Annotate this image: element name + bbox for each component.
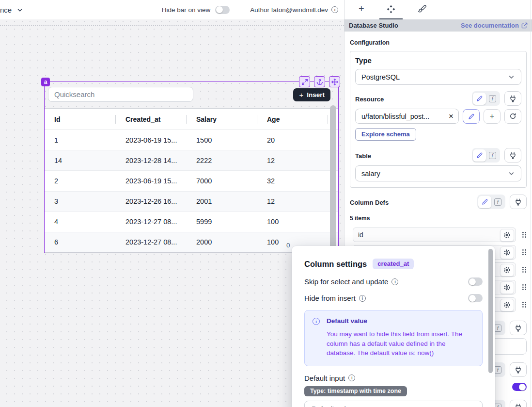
resource-input-mode-segment: ƒ bbox=[472, 91, 500, 106]
column-def-input[interactable]: id bbox=[353, 228, 516, 242]
connect-plug-icon[interactable] bbox=[510, 321, 527, 335]
tab-insert-component[interactable]: + bbox=[351, 0, 372, 19]
pagination-count: 0 bbox=[286, 242, 290, 249]
drag-handle-icon[interactable] bbox=[522, 249, 527, 256]
column-settings-gear-icon[interactable] bbox=[500, 264, 514, 277]
connect-plug-icon[interactable] bbox=[510, 195, 527, 209]
column-settings-gear-icon[interactable] bbox=[500, 281, 514, 294]
connect-plug-icon[interactable] bbox=[510, 400, 527, 407]
column-def-row: id bbox=[353, 228, 527, 242]
column-header[interactable]: Age bbox=[257, 109, 328, 130]
table-cell: 1500 bbox=[187, 130, 257, 150]
table-cell: 6 bbox=[45, 232, 116, 252]
info-icon[interactable]: i bbox=[348, 374, 355, 381]
table-cell: 5999 bbox=[187, 212, 257, 232]
skip-select-update-label: Skip for select and update bbox=[304, 277, 388, 286]
info-icon[interactable]: i bbox=[359, 295, 366, 302]
info-icon[interactable]: i bbox=[391, 278, 398, 285]
quicksearch-input[interactable] bbox=[48, 87, 193, 102]
table-cell: 2023-12-27 08... bbox=[116, 232, 187, 252]
column-header[interactable]: Created_at bbox=[116, 109, 187, 130]
type-select[interactable]: PostgreSQL bbox=[355, 69, 521, 85]
info-icon[interactable]: i bbox=[331, 6, 338, 13]
table-row[interactable]: 12023-06-19 15...150020 bbox=[45, 130, 338, 150]
drag-handle-icon[interactable] bbox=[522, 231, 527, 238]
panel-tabs: + bbox=[344, 0, 532, 19]
table-cell: 100 bbox=[257, 212, 328, 232]
configuration-section-label: Configuration bbox=[350, 39, 527, 46]
table-row[interactable]: 42023-12-27 08...5999100 bbox=[45, 212, 338, 232]
explore-schema-button[interactable]: Explore schema bbox=[355, 128, 416, 141]
refresh-resource-button[interactable] bbox=[504, 109, 521, 124]
static-mode-pencil-icon[interactable] bbox=[473, 93, 486, 105]
column-defs-count: 5 items bbox=[350, 215, 527, 222]
column-name-badge: created_at bbox=[373, 259, 414, 269]
table-row[interactable]: 32023-12-26 16...200112 bbox=[45, 192, 338, 212]
default-value-info-box: i Default value You may want to hide thi… bbox=[304, 310, 483, 366]
eval-mode-function-icon[interactable]: ƒ bbox=[486, 93, 499, 105]
table-select[interactable]: salary bbox=[355, 165, 521, 181]
drag-handle-icon[interactable] bbox=[522, 301, 527, 308]
tab-styling[interactable] bbox=[410, 0, 434, 19]
refresh-icon bbox=[509, 113, 516, 120]
table-row[interactable]: 142023-12-28 14...222212 bbox=[45, 150, 338, 171]
insert-button[interactable]: + Insert bbox=[293, 88, 330, 101]
hide-from-insert-row: Hide from insert i bbox=[304, 294, 483, 302]
table-input-mode-segment: ƒ bbox=[472, 148, 500, 163]
clear-resource-icon[interactable]: × bbox=[449, 112, 454, 120]
default-value-input[interactable] bbox=[304, 401, 483, 407]
modal-scrollbar[interactable] bbox=[488, 249, 493, 373]
table-cell: 2023-12-28 14... bbox=[116, 150, 187, 170]
table-cell: 2001 bbox=[187, 192, 257, 212]
anchor-icon[interactable] bbox=[314, 76, 325, 87]
table-header-row: IdCreated_atSalaryAge bbox=[45, 109, 338, 130]
table-cell: 12 bbox=[257, 192, 328, 212]
table-cell: 2023-12-26 16... bbox=[116, 192, 187, 212]
skip-select-update-toggle[interactable] bbox=[468, 277, 483, 286]
database-studio-component[interactable]: a + Insert IdCreated_atSalaryAge 12 bbox=[44, 81, 339, 253]
tab-component-settings[interactable] bbox=[379, 0, 403, 19]
type-field-label: Type bbox=[355, 56, 521, 65]
resource-value-input[interactable]: u/faton/blissful_post... × bbox=[355, 109, 459, 124]
drag-handle-icon[interactable] bbox=[522, 284, 527, 291]
connect-plug-icon[interactable] bbox=[510, 362, 527, 377]
workspace-dropdown[interactable]: nce bbox=[0, 6, 23, 14]
expand-icon[interactable] bbox=[299, 76, 310, 87]
paintbrush-icon bbox=[418, 5, 426, 14]
hide-bar-toggle[interactable] bbox=[215, 6, 230, 14]
add-resource-button[interactable]: + bbox=[484, 109, 501, 124]
static-mode-pencil-icon[interactable] bbox=[473, 149, 486, 162]
feature-toggle-on[interactable] bbox=[512, 383, 527, 391]
column-header[interactable]: Salary bbox=[187, 109, 257, 130]
canvas-boundary-line bbox=[0, 25, 344, 26]
column-settings-gear-icon[interactable] bbox=[500, 246, 514, 259]
info-box-title: Default value bbox=[327, 317, 474, 325]
connect-plug-icon[interactable] bbox=[504, 91, 521, 106]
column-header[interactable]: Id bbox=[45, 109, 116, 130]
connect-plug-icon[interactable] bbox=[504, 148, 521, 163]
table-cell: 2222 bbox=[187, 150, 257, 170]
info-icon: i bbox=[313, 318, 320, 325]
move-icon[interactable] bbox=[329, 76, 340, 87]
eval-mode-function-icon[interactable]: ƒ bbox=[491, 196, 504, 208]
see-documentation-link[interactable]: See documentation bbox=[461, 22, 528, 29]
configuration-box: Type PostgreSQL Resource ƒ u/faton/bliss… bbox=[350, 51, 527, 188]
default-input-label: Default input bbox=[304, 374, 345, 382]
drag-handle-icon[interactable] bbox=[522, 266, 527, 273]
table-row[interactable]: 22023-06-19 15...700032 bbox=[45, 171, 338, 191]
table-cell: 2023-12-27 08... bbox=[116, 212, 187, 232]
table-scrollbar[interactable] bbox=[330, 105, 336, 250]
hide-from-insert-toggle[interactable] bbox=[468, 294, 483, 302]
table-cell: 32 bbox=[257, 171, 328, 191]
column-defs-mode-segment: ƒ bbox=[477, 195, 505, 209]
edit-resource-pencil-button[interactable] bbox=[463, 109, 480, 124]
column-settings-gear-icon[interactable] bbox=[500, 229, 514, 242]
static-mode-pencil-icon[interactable] bbox=[478, 196, 491, 208]
plus-icon: + bbox=[359, 4, 364, 14]
eval-mode-function-icon[interactable]: ƒ bbox=[486, 149, 499, 162]
modal-title: Column settings bbox=[304, 260, 367, 269]
column-settings-gear-icon[interactable] bbox=[500, 299, 514, 311]
chevron-down-icon bbox=[508, 73, 515, 81]
table-field-label: Table bbox=[355, 152, 371, 163]
hide-bar-label: Hide bar on view bbox=[162, 6, 211, 14]
